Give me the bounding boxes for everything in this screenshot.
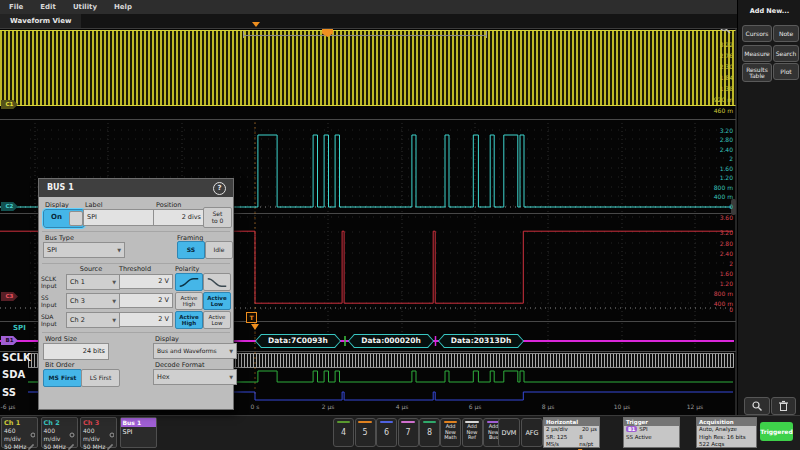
trigger-level-indicator[interactable]: T: [246, 312, 257, 323]
channel-slot-4[interactable]: 4: [333, 418, 354, 447]
sidebar-button-cursors[interactable]: Cursors: [742, 25, 772, 42]
bandwidth-value: 50 MHz: [44, 443, 66, 450]
trigger-panel[interactable]: Trigger B1SPI SS Active: [623, 417, 680, 448]
oscilloscope-app: C1 C2 C3 B1 SPI T FileEditUtilityHelp Wa…: [0, 0, 800, 450]
channel-badge-ch3[interactable]: Ch 3400 m/div50 MHz: [80, 417, 117, 448]
label-input[interactable]: SPI: [83, 209, 155, 226]
polarity-falling-button[interactable]: [203, 273, 231, 291]
tab-waveform-view[interactable]: Waveform View: [0, 14, 81, 28]
ch3-scale-label: 3.20: [700, 229, 733, 236]
slot-number: 7: [399, 428, 418, 437]
sidebar-button-plot[interactable]: Plot: [773, 63, 799, 80]
source-dropdown[interactable]: Ch 3▼: [66, 293, 120, 309]
dialog-title-bar[interactable]: BUS 1 ?: [39, 179, 233, 197]
channel-scale: 400 m/div: [44, 427, 75, 443]
dvm-button[interactable]: DVM: [498, 418, 520, 447]
channel-slot-8[interactable]: 8: [419, 418, 440, 447]
threshold-input[interactable]: 2 V: [119, 293, 173, 308]
channel-bandwidth: 50 MHz: [4, 443, 35, 450]
slot-number: 6: [377, 428, 396, 437]
source-value: Ch 2: [70, 316, 85, 324]
bus-decode-value: Data:7C0093h: [256, 335, 340, 347]
channel-name: Ch 1: [4, 419, 35, 427]
menu-utility[interactable]: Utility: [73, 3, 97, 11]
ch2-scale-label: 400 m: [700, 193, 733, 200]
display-label: Display: [45, 201, 69, 209]
polarity-active-high-button[interactable]: Active High: [175, 311, 203, 329]
menu-file[interactable]: File: [9, 3, 23, 11]
bus-decode-value: Data:20313Dh: [439, 335, 523, 347]
ch3-scale-label: 1.20: [700, 280, 733, 287]
overview-slider-track[interactable]: [243, 35, 487, 36]
framing-ss-button[interactable]: SS: [177, 241, 205, 259]
display-mode-dropdown[interactable]: Bus and Waveforms▼: [153, 343, 237, 359]
sidebar-button-search[interactable]: Search: [773, 45, 799, 62]
add-new-math-button[interactable]: Add New Math: [440, 418, 461, 447]
afg-button[interactable]: AFG: [521, 418, 543, 447]
horizontal-panel[interactable]: Horizontal 2 µs/div20 µsSR: 125 MS/s8 ns…: [543, 417, 600, 448]
threshold-input[interactable]: 2 V: [119, 274, 173, 289]
word-size-input[interactable]: 24 bits: [43, 343, 109, 360]
ch3-scale-label: 2.80: [700, 240, 733, 247]
zoom-tool-button[interactable]: [744, 397, 770, 415]
bus-type-dropdown[interactable]: SPI▼: [43, 242, 125, 258]
word-size-label: Word Size: [45, 335, 77, 343]
position-input[interactable]: 2 divs: [153, 209, 205, 226]
sidebar-button-results-table[interactable]: Results Table: [742, 63, 772, 82]
acquisition-panel[interactable]: Acquisition Auto, AnalyzeHigh Res: 16 bi…: [696, 417, 757, 448]
slot-number: 8: [420, 428, 439, 437]
bus-badge-value: SPI: [123, 428, 154, 436]
source-dropdown[interactable]: Ch 1▼: [66, 274, 120, 290]
trash-icon: [778, 400, 789, 412]
position-label: Position: [156, 201, 181, 209]
menu-edit[interactable]: Edit: [40, 3, 56, 11]
triggered-status-badge[interactable]: Triggered: [760, 422, 793, 441]
acquisition-value: Auto, Analyze: [699, 426, 737, 434]
acquisition-row: 522 Acqs: [697, 441, 756, 449]
framing-idle-button[interactable]: Idle: [205, 241, 233, 259]
source-value: Ch 3: [70, 297, 85, 305]
add-new-ref-button[interactable]: Add New Ref: [462, 418, 483, 447]
channel-name: Ch 3: [83, 419, 114, 427]
bus-decode-frame[interactable]: Data:000020h: [348, 334, 434, 348]
delete-tool-button[interactable]: [771, 397, 796, 415]
channel-slot-5[interactable]: 5: [355, 418, 376, 447]
polarity-active-high-button[interactable]: Active High: [175, 292, 203, 310]
channel-slot-7[interactable]: 7: [398, 418, 419, 447]
bus-decode-frame[interactable]: Data:7C0093h: [255, 334, 341, 348]
bandwidth-limit-icon: [68, 444, 75, 450]
bottom-bar: Horizontal 2 µs/div20 µsSR: 125 MS/s8 ns…: [0, 415, 800, 450]
polarity-rising-button[interactable]: [175, 273, 203, 291]
sidebar-button-note[interactable]: Note: [773, 25, 799, 42]
bit-order-ms-first-button[interactable]: MS First: [43, 369, 82, 387]
help-icon[interactable]: ?: [213, 182, 226, 195]
channel-badge-ch1[interactable]: Ch 1460 m/div50 MHz: [1, 417, 38, 448]
bus-badge-bus1[interactable]: Bus 1SPI: [120, 417, 157, 448]
display-toggle[interactable]: On: [43, 209, 85, 228]
set-to-zero-button[interactable]: Set to 0: [203, 207, 232, 228]
time-axis-label: 8 µs: [535, 403, 561, 410]
source-value: Ch 1: [70, 278, 85, 286]
channel-badge-ch2[interactable]: Ch 2400 m/div50 MHz: [41, 417, 78, 448]
polarity-active-low-button[interactable]: Active Low: [203, 292, 231, 310]
trigger-overview-marker[interactable]: [252, 22, 260, 27]
polarity-active-low-button[interactable]: Active Low: [203, 311, 231, 329]
ch3-scale-label: 0: [700, 306, 733, 313]
ch2-scale-label: 1.20: [700, 174, 733, 181]
decode-format-dropdown[interactable]: Hex▼: [153, 369, 237, 385]
source-dropdown[interactable]: Ch 2▼: [66, 312, 120, 328]
channel-slot-6[interactable]: 6: [376, 418, 397, 447]
threshold-input[interactable]: 2 V: [119, 312, 173, 327]
slot-color-stripe: [401, 421, 414, 423]
right-sidebar: Add New... CursorsNoteMeasureSearchResul…: [737, 0, 800, 415]
trigger-position-icon[interactable]: [251, 324, 259, 330]
bus-decode-frame[interactable]: Data:20313Dh: [438, 334, 524, 348]
acquisition-value: High Res: 16 bits: [699, 434, 746, 442]
bit-order-ls-first-button[interactable]: LS First: [81, 369, 120, 387]
menu-help[interactable]: Help: [114, 3, 132, 11]
ch2-scale-label: 2.40: [700, 146, 733, 153]
ch2-scale-label: 0: [700, 203, 733, 210]
divider: [42, 263, 230, 264]
sidebar-button-measure[interactable]: Measure: [742, 45, 772, 62]
decode-format-value: Hex: [157, 373, 170, 381]
